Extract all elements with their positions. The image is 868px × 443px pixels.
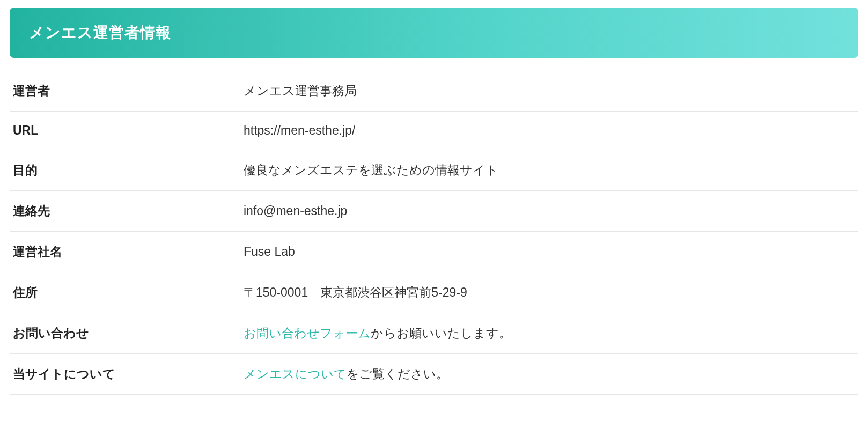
row-value: お問い合わせフォームからお願いいたします。 — [240, 313, 858, 354]
row-value: メンエスについてをご覧ください。 — [240, 354, 858, 395]
row-value: https://men-esthe.jp/ — [240, 112, 858, 150]
contact-form-link[interactable]: お問い合わせフォーム — [244, 326, 371, 340]
row-label: お問い合わせ — [10, 313, 240, 354]
row-value: メンエス運営事務局 — [240, 71, 858, 112]
row-label: 運営社名 — [10, 232, 240, 272]
row-suffix: をご覧ください。 — [347, 367, 448, 381]
row-value: 優良なメンズエステを選ぶための情報サイト — [240, 150, 858, 191]
table-row: お問い合わせ お問い合わせフォームからお願いいたします。 — [10, 313, 858, 354]
row-value: 〒150-0001 東京都渋谷区神宮前5-29-9 — [240, 272, 858, 313]
row-label: 連絡先 — [10, 191, 240, 232]
table-row: 運営者 メンエス運営事務局 — [10, 71, 858, 112]
info-table: 運営者 メンエス運営事務局 URL https://men-esthe.jp/ … — [10, 71, 858, 395]
row-value: Fuse Lab — [240, 232, 858, 272]
operator-info-card: メンエス運営者情報 運営者 メンエス運営事務局 URL https://men-… — [10, 8, 858, 395]
table-row: 運営社名 Fuse Lab — [10, 232, 858, 272]
row-label: URL — [10, 112, 240, 150]
row-label: 当サイトについて — [10, 354, 240, 395]
table-row: URL https://men-esthe.jp/ — [10, 112, 858, 150]
row-label: 住所 — [10, 272, 240, 313]
table-row: 目的 優良なメンズエステを選ぶための情報サイト — [10, 150, 858, 191]
table-row: 連絡先 info@men-esthe.jp — [10, 191, 858, 232]
card-title: メンエス運営者情報 — [29, 24, 171, 41]
table-row: 当サイトについて メンエスについてをご覧ください。 — [10, 354, 858, 395]
row-suffix: からお願いいたします。 — [371, 326, 511, 340]
card-header: メンエス運営者情報 — [10, 8, 858, 58]
table-row: 住所 〒150-0001 東京都渋谷区神宮前5-29-9 — [10, 272, 858, 313]
about-site-link[interactable]: メンエスについて — [244, 367, 347, 381]
row-value: info@men-esthe.jp — [240, 191, 858, 232]
row-label: 目的 — [10, 150, 240, 191]
row-label: 運営者 — [10, 71, 240, 112]
